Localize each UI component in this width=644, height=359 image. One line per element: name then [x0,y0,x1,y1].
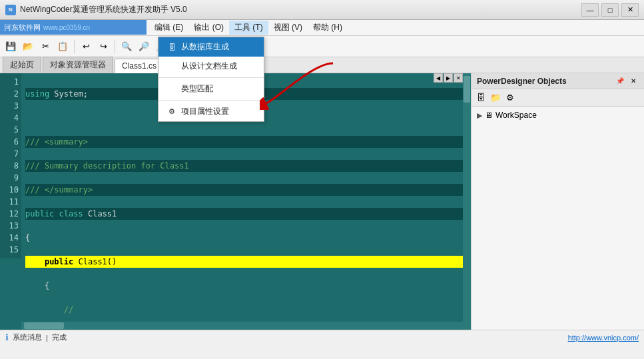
dropdown-item-db-generate[interactable]: 🗄 从数据库生成 [159,37,264,57]
scrollbar-thumb[interactable] [464,76,470,103]
brand-text: 河东软件网 [4,23,41,33]
status-bar-left: ℹ 系统消息 | 完成 [5,332,67,342]
toolbar-separator-2 [115,40,115,53]
tab-start[interactable]: 起始页 [3,57,41,73]
nav-next-button[interactable]: ▶ [444,73,453,83]
title-bar-controls: — □ ✕ [581,3,639,17]
code-line-5: /// </summary> [25,184,467,196]
properties-icon: ⚙ [166,107,177,117]
title-bar: N NetWingCoder翼通管理系统快速开发助手 V5.0 — □ ✕ [0,0,644,20]
dropdown-separator [159,77,264,78]
dropdown-item-type-match[interactable]: 类型匹配 [159,79,264,99]
toolbar-btn-3[interactable]: ✂ [37,39,53,55]
minimize-button[interactable]: — [581,3,599,17]
workspace-expand-icon: ▶ [477,111,482,120]
title-text: NetWingCoder翼通管理系统快速开发助手 V5.0 [20,4,187,15]
status-separator: | [46,334,48,342]
right-panel-content: ▶ 🖥 WorkSpace [472,107,644,330]
type-match-icon [166,84,177,95]
menu-output[interactable]: 输出 (O) [188,21,229,35]
toolbar: 💾 📂 ✂ 📋 ↩ ↪ 🔍 🔎 🔬 [0,36,644,57]
vertical-scrollbar[interactable] [463,73,471,330]
doc-generate-icon [166,61,177,72]
maximize-button[interactable]: □ [601,3,619,17]
panel-toolbar-btn-2[interactable]: 📁 [489,91,502,105]
db-generate-icon: 🗄 [166,42,177,53]
dropdown-separator-2 [159,100,264,101]
h-scrollbar-thumb[interactable] [24,322,64,329]
horizontal-scrollbar[interactable] [21,322,463,330]
nav-prev-button[interactable]: ◀ [434,73,443,83]
right-panel-title: PowerDesigner Objects [477,77,567,86]
app-icon: N [5,5,16,15]
menu-edit[interactable]: 编辑 (E) [149,21,188,35]
right-panel: PowerDesigner Objects 📌 ✕ 🗄 📁 ⚙ ▶ 🖥 Work… [471,73,644,330]
code-line-8: public Class1() [25,256,467,268]
menu-view[interactable]: 视图 (V) [268,21,308,35]
status-info-icon: ℹ [5,332,9,342]
main-layout: ◀ ▶ ✕ 1 2 3 4 5 6 7 8 9 10 11 12 13 14 1… [0,73,644,330]
toolbar-btn-6[interactable]: ↪ [95,39,111,55]
dropdown-item-type-match-label: 类型匹配 [181,83,213,95]
line-numbers: 1 2 3 4 5 6 7 8 9 10 11 12 13 14 15 [0,73,21,258]
dropdown-item-properties-label: 项目属性设置 [181,106,229,117]
code-line-9: { [25,280,467,292]
toolbar-btn-4[interactable]: 📋 [55,39,71,55]
panel-toolbar-btn-1[interactable]: 🗄 [474,91,487,105]
dropdown-item-doc-generate-label: 从设计文档生成 [181,61,237,72]
nav-close-button[interactable]: ✕ [454,73,463,83]
panel-toolbar-btn-3[interactable]: ⚙ [503,91,517,105]
tab-object-manager[interactable]: 对象资源管理器 [43,57,113,73]
dropdown-menu: 🗄 从数据库生成 从设计文档生成 类型匹配 ⚙ 项目属性设置 [158,37,264,122]
dropdown-item-properties[interactable]: ⚙ 项目属性设置 [159,102,264,121]
toolbar-btn-1[interactable]: 💾 [3,39,19,55]
panel-pin-button[interactable]: 📌 [615,76,625,87]
toolbar-btn-7[interactable]: 🔍 [119,39,135,55]
status-bar-link[interactable]: http://www.vnicp.com/ [568,334,639,342]
right-panel-toolbar: 🗄 📁 ⚙ [472,89,644,107]
code-line-3: /// <summary> [25,136,467,148]
status-bar: ℹ 系统消息 | 完成 http://www.vnicp.com/ [0,330,644,344]
panel-close-button[interactable]: ✕ [628,76,639,87]
code-line-7: { [25,232,467,244]
toolbar-btn-8[interactable]: 🔎 [136,39,152,55]
tree-item-workspace[interactable]: ▶ 🖥 WorkSpace [474,109,641,121]
editor-nav-buttons: ◀ ▶ ✕ [434,73,463,83]
toolbar-btn-5[interactable]: ↩ [78,39,94,55]
menu-tools[interactable]: 工具 (T) [229,21,268,35]
workspace-icon: 🖥 [485,111,493,120]
close-button[interactable]: ✕ [621,3,639,17]
dropdown-item-doc-generate[interactable]: 从设计文档生成 [159,57,264,76]
title-bar-left: N NetWingCoder翼通管理系统快速开发助手 V5.0 [5,4,187,15]
status-ready: 完成 [52,332,67,342]
tab-bar: 起始页 对象资源管理器 Class1.cs [0,57,644,73]
status-message: 系统消息 [13,332,42,342]
right-panel-icons: 📌 ✕ [615,76,639,87]
code-line-6: public class Class1 [25,208,467,220]
menu-help[interactable]: 帮助 (H) [308,21,348,35]
code-line-4: /// Summary description for Class1 [25,160,467,172]
tab-class1[interactable]: Class1.cs [115,59,164,73]
workspace-label: WorkSpace [495,111,537,120]
code-line-10: // [25,304,467,316]
toolbar-btn-2[interactable]: 📂 [20,39,36,55]
right-panel-header: PowerDesigner Objects 📌 ✕ [472,73,644,89]
dropdown-item-db-generate-label: 从数据库生成 [181,41,229,53]
toolbar-separator-1 [74,40,75,53]
brand-url: www.pc0359.cn [43,24,90,31]
brand-bar: 河东软件网 www.pc0359.cn [0,20,147,35]
